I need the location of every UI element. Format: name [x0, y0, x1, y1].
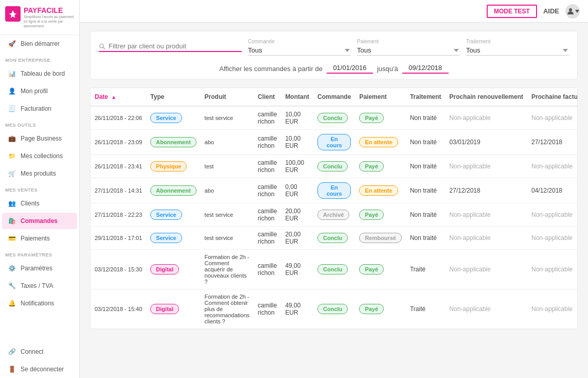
col-type[interactable]: Type — [146, 88, 200, 106]
cell-client: camille richon — [254, 289, 281, 329]
table-row: 27/11/2018 - 14:31 Abonnement abo camill… — [91, 178, 578, 203]
traitement-filter-group: Traitement Tous — [466, 39, 569, 56]
chart-icon: 📊 — [7, 69, 16, 78]
cell-prochaine-fact: Non-applicable — [527, 250, 578, 289]
cell-montant: 100,00 EUR — [281, 155, 313, 178]
user-menu-button[interactable] — [565, 4, 580, 19]
cart-icon: 🛒 — [7, 169, 16, 178]
sidebar-item-label: Commandes — [21, 217, 58, 225]
cell-montant: 0,00 EUR — [281, 178, 313, 203]
aide-button[interactable]: AIDE — [543, 7, 559, 15]
commande-badge: En cours — [317, 134, 351, 150]
cell-client: camille richon — [254, 130, 281, 155]
type-badge: Abonnement — [150, 185, 196, 196]
col-montant[interactable]: Montant — [281, 88, 313, 106]
col-commande[interactable]: Commande — [313, 88, 355, 106]
col-paiement[interactable]: Paiement — [355, 88, 406, 106]
briefcase-icon: 💼 — [7, 134, 16, 143]
sidebar-item-commandes[interactable]: 🛍️ Commandes — [2, 213, 77, 229]
cell-type: Digital — [146, 289, 200, 329]
traitement-filter-label: Traitement — [466, 39, 569, 44]
table-row: 26/11/2018 - 22:06 Service test service … — [91, 106, 578, 130]
sidebar-item-label: Mes produits — [21, 170, 56, 177]
search-icon — [99, 43, 105, 50]
commande-badge: Conclu — [317, 233, 348, 243]
sidebar-item-paiements[interactable]: 💳 Paiements — [2, 230, 77, 247]
sidebar-item-mes-collections[interactable]: 📁 Mes collections — [2, 148, 77, 164]
rocket-icon: 🚀 — [7, 39, 16, 48]
svg-point-0 — [569, 8, 572, 11]
cell-montant: 49,00 EUR — [281, 250, 313, 289]
cell-produit: Formation de 2h - Comment acquérir de no… — [201, 250, 254, 289]
sidebar-item-parametres[interactable]: ⚙️ Paramètres — [2, 260, 77, 277]
sidebar-item-taxes-tva[interactable]: 🔧 Taxes / TVA — [2, 278, 77, 294]
cell-date: 27/11/2018 - 14:31 — [91, 178, 146, 203]
mode-test-button[interactable]: MODE TEST — [487, 5, 537, 18]
sidebar: PAYFACILE Simplifions l'accès au paiemen… — [0, 0, 80, 378]
sidebar-item-tableau-de-bord[interactable]: 📊 Tableau de bord — [2, 65, 77, 82]
commande-filter-select[interactable]: Tous — [248, 45, 351, 56]
col-date[interactable]: Date ▲ — [91, 88, 146, 106]
cell-date: 27/11/2018 - 22:23 — [91, 203, 146, 227]
col-prochain-renouv[interactable]: Prochain renouvellement — [446, 88, 527, 106]
date-to-input[interactable] — [402, 64, 449, 74]
cell-traitement: Traité — [406, 250, 446, 289]
paiement-filter-select[interactable]: Tous — [357, 45, 460, 56]
table-row: 26/11/2018 - 23:09 Abonnement abo camill… — [91, 130, 578, 155]
col-produit[interactable]: Produit — [201, 88, 254, 106]
paiement-filter-label: Paiement — [357, 39, 460, 44]
sidebar-item-se-deconnecter[interactable]: 🚪 Se déconnecter — [2, 361, 77, 377]
type-badge: Digital — [150, 304, 179, 314]
traitement-filter-select[interactable]: Tous — [466, 45, 569, 56]
type-badge: Abonnement — [150, 137, 196, 147]
sidebar-item-mon-profil[interactable]: 👤 Mon profil — [2, 83, 77, 99]
sidebar-item-label: Se déconnecter — [21, 366, 64, 373]
commande-badge: Archivé — [317, 210, 349, 220]
people-icon: 👥 — [7, 199, 16, 208]
cell-client: camille richon — [254, 155, 281, 178]
cell-traitement: Non traité — [406, 106, 446, 130]
cell-produit: test — [201, 155, 254, 178]
date-from-input[interactable] — [327, 64, 373, 74]
sidebar-item-facturation[interactable]: 🧾 Facturation — [2, 100, 77, 117]
cell-type: Abonnement — [146, 130, 200, 155]
cell-traitement: Non traité — [406, 203, 446, 227]
section-mes-outils: MES OUTILS — [0, 117, 79, 130]
sidebar-item-notifications[interactable]: 🔔 Notifications — [2, 295, 77, 312]
commande-badge: Conclu — [317, 304, 348, 314]
cell-montant: 20,00 EUR — [281, 203, 313, 227]
search-input[interactable] — [109, 42, 242, 50]
col-client[interactable]: Client — [254, 88, 281, 106]
section-mes-parametres: MES PARAMÈTRES — [0, 247, 79, 260]
cell-client: camille richon — [254, 250, 281, 289]
cell-client: camille richon — [254, 106, 281, 130]
cell-prochaine-fact: Non-applicable — [527, 203, 578, 227]
cell-commande: Conclu — [313, 155, 355, 178]
sidebar-item-label: Bien démarrer — [21, 40, 60, 47]
cell-prochain-renouv: 27/12/2018 — [446, 178, 527, 203]
col-traitement[interactable]: Traitement — [406, 88, 446, 106]
tax-icon: 🔧 — [7, 281, 16, 290]
cell-commande: Conclu — [313, 106, 355, 130]
cell-type: Physique — [146, 155, 200, 178]
sidebar-item-page-business[interactable]: 💼 Page Business — [2, 130, 77, 147]
sidebar-item-connect[interactable]: 🔗 Connect — [2, 343, 77, 360]
commande-badge: Conclu — [317, 161, 348, 171]
payment-icon: 💳 — [7, 234, 16, 243]
filter-bar: Commande Tous Paiement Tous Traitement T… — [90, 31, 578, 79]
cell-date: 26/11/2018 - 23:09 — [91, 130, 146, 155]
sidebar-item-mes-produits[interactable]: 🛒 Mes produits — [2, 165, 77, 182]
svg-point-1 — [100, 44, 103, 47]
cell-prochaine-fact: 27/12/2018 — [527, 130, 578, 155]
cell-traitement: Traité — [406, 289, 446, 329]
cell-paiement: Payé — [355, 106, 406, 130]
sidebar-item-clients[interactable]: 👥 Clients — [2, 195, 77, 212]
paiement-badge: Payé — [359, 113, 384, 123]
sidebar-item-bien-demarrer[interactable]: 🚀 Bien démarrer — [2, 36, 77, 52]
cell-prochaine-fact: Non-applicable — [527, 289, 578, 329]
sidebar-item-label: Tableau de bord — [21, 70, 65, 77]
col-prochaine-fact[interactable]: Prochaine facturation — [527, 88, 578, 106]
paiement-badge: Payé — [359, 210, 384, 220]
sidebar-item-label: Clients — [21, 200, 40, 207]
cell-paiement: Payé — [355, 203, 406, 227]
